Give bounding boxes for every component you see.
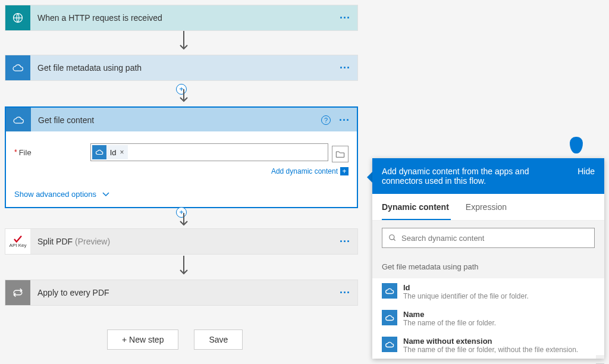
menu-dots[interactable]: ··· <box>339 114 350 127</box>
step-get-file-content[interactable]: Get file content ? ··· <box>5 106 358 134</box>
arrow-icon <box>178 89 189 105</box>
loop-icon <box>5 280 30 305</box>
step-title: Apply to every PDF <box>30 288 357 297</box>
field-label-file: File <box>19 148 90 157</box>
step-body-get-file-content: * File Id × Add dynamic content + <box>5 131 358 208</box>
cloud-icon <box>6 108 31 133</box>
globe-icon <box>5 5 30 30</box>
tab-expression[interactable]: Expression <box>466 194 507 220</box>
dynamic-token-id[interactable]: Id × <box>92 145 128 159</box>
step-title: Get file metadata using path <box>30 63 357 73</box>
cloud-icon <box>5 55 30 80</box>
step-title: Get file content <box>31 115 357 125</box>
cloud-icon <box>92 145 106 159</box>
chevron-down-icon <box>102 190 109 199</box>
new-step-button[interactable]: + New step <box>107 330 178 350</box>
arrow-icon <box>178 213 189 228</box>
hide-button[interactable]: Hide <box>577 167 595 186</box>
save-button[interactable]: Save <box>194 330 243 350</box>
file-input[interactable]: Id × <box>90 143 328 161</box>
step-http-trigger[interactable]: When a HTTP request is received ··· <box>5 5 358 31</box>
dynamic-content-panel: Add dynamic content from the apps and co… <box>372 158 604 359</box>
search-input[interactable]: Search dynamic content <box>382 228 595 248</box>
arrow-icon <box>178 256 189 277</box>
required-asterisk: * <box>14 148 17 156</box>
svg-point-5 <box>390 235 394 240</box>
dc-item-name-no-ext[interactable]: Name without extensionThe name of the fi… <box>372 332 604 359</box>
menu-dots[interactable]: ··· <box>340 236 350 248</box>
dc-item-id[interactable]: IdThe unique identifier of the file or f… <box>372 278 604 305</box>
plus-icon: + <box>340 167 349 175</box>
step-split-pdf[interactable]: API Key Split PDF (Preview) ··· <box>5 228 358 255</box>
menu-dots[interactable]: ··· <box>340 287 350 299</box>
dc-section-header: Get file metadata using path <box>372 255 604 278</box>
panel-header-text: Add dynamic content from the apps and co… <box>382 167 560 186</box>
svg-line-6 <box>394 239 395 241</box>
cloud-icon <box>382 310 397 325</box>
dc-item-name[interactable]: NameThe name of the file or folder. <box>372 305 604 332</box>
arrow-icon <box>178 31 189 52</box>
step-title: When a HTTP request is received <box>30 13 357 23</box>
folder-picker-button[interactable] <box>332 146 349 162</box>
step-get-file-metadata[interactable]: Get file metadata using path ··· <box>5 55 358 81</box>
show-advanced-options[interactable]: Show advanced options <box>6 175 357 207</box>
token-remove[interactable]: × <box>120 148 128 156</box>
scrollbar[interactable] <box>596 355 604 359</box>
step-apply-to-each[interactable]: Apply to every PDF ··· <box>5 280 358 306</box>
cloud-icon <box>382 283 397 299</box>
step-title: Split PDF (Preview) <box>30 237 357 246</box>
search-icon <box>388 234 397 242</box>
menu-dots[interactable]: ··· <box>340 62 350 74</box>
api-key-icon: API Key <box>5 229 30 254</box>
menu-dots[interactable]: ··· <box>340 12 350 24</box>
callout-pointer <box>570 137 583 153</box>
cloud-icon <box>382 337 397 352</box>
help-icon[interactable]: ? <box>321 115 331 125</box>
tab-dynamic-content[interactable]: Dynamic content <box>382 194 449 220</box>
tab-underline <box>382 219 451 220</box>
add-dynamic-content-link[interactable]: Add dynamic content + <box>271 167 349 175</box>
